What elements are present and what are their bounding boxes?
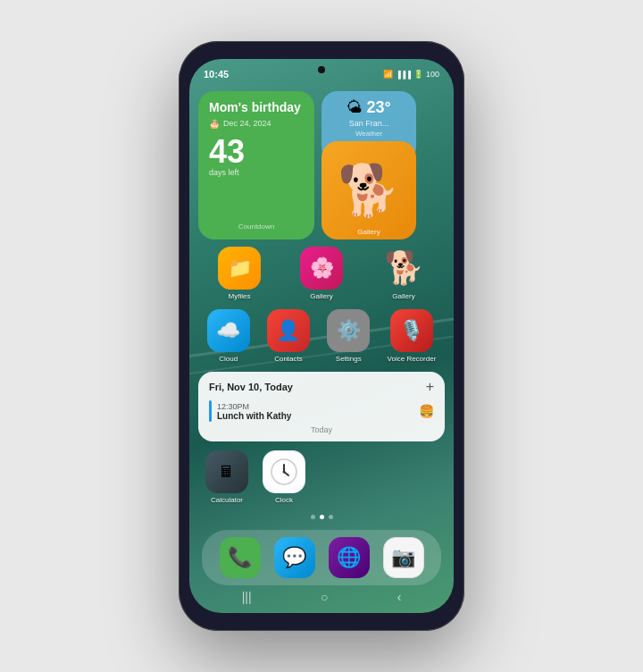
- app-gallery2[interactable]: 🐕 Gallery: [382, 247, 425, 300]
- browser-emoji: 🌐: [337, 546, 361, 569]
- right-widgets: 🌤 23° San Fran... Weather 🐕 Gallery: [322, 91, 416, 239]
- signal-icon: ▐▐▐: [396, 71, 411, 79]
- app-clock[interactable]: Clock: [263, 450, 305, 504]
- countdown-widget[interactable]: Mom's birthday 🎂 Dec 24, 2024 43 days le…: [198, 91, 314, 239]
- app-contacts[interactable]: 👤 Contacts: [267, 309, 310, 363]
- status-icons: 📶 ▐▐▐ 🔋 100: [383, 70, 439, 79]
- weather-city: San Fran...: [349, 119, 389, 128]
- gallery2-icon: 🐕: [382, 247, 425, 290]
- app-cloud[interactable]: ☁️ Cloud: [207, 309, 250, 363]
- cloud-icon: ☁️: [207, 309, 250, 352]
- calculator-label: Calculator: [211, 496, 243, 504]
- settings-label: Settings: [336, 355, 362, 363]
- apps-row-1: 📁 Myfiles 🌸 Gallery 🐕 Gallery: [198, 247, 445, 300]
- contacts-icon: 👤: [267, 309, 310, 352]
- voice-recorder-emoji: 🎙️: [399, 319, 423, 342]
- event-title: Lunch with Kathy: [217, 411, 291, 421]
- app-voice-recorder[interactable]: 🎙️ Voice Recorder: [388, 309, 437, 363]
- clock-label: Clock: [275, 496, 293, 504]
- app-dock: 📞 💬 🌐 📷: [202, 530, 441, 585]
- contacts-emoji: 👤: [276, 319, 300, 342]
- clock-icon: [263, 450, 305, 493]
- today-widget[interactable]: Fri, Nov 10, Today + 12:30PM Lunch with …: [198, 372, 445, 441]
- countdown-title: Mom's birthday: [209, 100, 304, 115]
- wifi-icon: 📶: [383, 70, 393, 79]
- lunch-emoji: 🍔: [419, 404, 434, 418]
- apps-row-2: ☁️ Cloud 👤 Contacts ⚙️ Settings: [198, 309, 445, 363]
- weather-sun-icon: 🌤: [347, 98, 363, 117]
- gallery-icon: 🌸: [300, 247, 343, 290]
- status-time: 10:45: [204, 69, 229, 80]
- dog-gallery-widget[interactable]: 🐕 Gallery: [322, 141, 416, 239]
- battery-text: 100: [426, 70, 439, 79]
- today-widget-header: Fri, Nov 10, Today +: [209, 379, 434, 395]
- weather-temp: 23°: [366, 98, 390, 117]
- event-details: 12:30PM Lunch with Kathy: [217, 402, 291, 421]
- page-dot-2: [320, 515, 324, 519]
- apps-row-3: 🖩 Calculator Clock: [198, 450, 445, 504]
- voice-recorder-label: Voice Recorder: [388, 355, 437, 363]
- page-dots: [198, 515, 445, 519]
- gallery2-label: Gallery: [392, 292, 414, 300]
- gallery-label: Gallery: [310, 292, 332, 300]
- app-settings[interactable]: ⚙️ Settings: [327, 309, 370, 363]
- countdown-footer: Countdown: [209, 223, 304, 231]
- today-footer: Today: [209, 425, 434, 434]
- widgets-row: Mom's birthday 🎂 Dec 24, 2024 43 days le…: [198, 91, 445, 239]
- home-screen-content: Mom's birthday 🎂 Dec 24, 2024 43 days le…: [189, 84, 454, 613]
- battery-icon: 🔋: [413, 70, 423, 79]
- countdown-number-label: days left: [209, 168, 304, 177]
- birthday-emoji: 🎂: [209, 119, 220, 129]
- camera-emoji: 📷: [391, 546, 415, 569]
- today-add-button[interactable]: +: [426, 379, 434, 395]
- page-dot-1: [311, 515, 315, 519]
- clock-svg: [270, 458, 298, 486]
- gear-emoji: ⚙️: [337, 319, 361, 342]
- today-event: 12:30PM Lunch with Kathy 🍔: [209, 400, 434, 422]
- app-gallery[interactable]: 🌸 Gallery: [300, 247, 343, 300]
- calculator-icon: 🖩: [205, 450, 248, 493]
- dock-messages[interactable]: 💬: [274, 537, 315, 578]
- gallery-emoji: 🌸: [310, 256, 334, 280]
- settings-icon: ⚙️: [327, 309, 370, 352]
- dog-emoji: 🐕: [338, 161, 400, 220]
- myfiles-label: Myfiles: [229, 292, 251, 300]
- svg-point-3: [283, 471, 286, 474]
- front-camera: [318, 66, 325, 73]
- event-time: 12:30PM: [217, 402, 291, 411]
- contacts-label: Contacts: [274, 355, 303, 363]
- phone-screen: 10:45 📶 ▐▐▐ 🔋 100 Mom's birthday 🎂 Dec 2…: [189, 59, 454, 613]
- page-dot-3: [329, 515, 333, 519]
- cloud-label: Cloud: [219, 355, 238, 363]
- weather-top: 🌤 23°: [347, 98, 390, 117]
- phone-emoji: 📞: [228, 546, 252, 569]
- messages-emoji: 💬: [282, 546, 306, 569]
- countdown-number: 43: [209, 136, 304, 168]
- app-calculator[interactable]: 🖩 Calculator: [205, 450, 248, 504]
- myfiles-icon: 📁: [218, 247, 261, 290]
- calculator-emoji: 🖩: [219, 463, 235, 482]
- countdown-date-row: 🎂 Dec 24, 2024: [209, 119, 304, 129]
- gallery2-emoji: 🐕: [384, 249, 424, 287]
- app-myfiles[interactable]: 📁 Myfiles: [218, 247, 261, 300]
- dock-camera[interactable]: 📷: [383, 537, 424, 578]
- phone-frame: 10:45 📶 ▐▐▐ 🔋 100 Mom's birthday 🎂 Dec 2…: [179, 41, 464, 631]
- dock-phone[interactable]: 📞: [220, 537, 261, 578]
- dock-browser[interactable]: 🌐: [329, 537, 370, 578]
- today-date: Fri, Nov 10, Today: [209, 382, 293, 392]
- dog-widget-label: Gallery: [322, 228, 416, 236]
- weather-label: Weather: [355, 130, 382, 138]
- event-bar: [209, 400, 212, 422]
- voice-recorder-icon: 🎙️: [390, 309, 433, 352]
- cloud-emoji: ☁️: [216, 319, 240, 342]
- countdown-date: Dec 24, 2024: [223, 119, 271, 128]
- myfiles-emoji: 📁: [228, 256, 252, 280]
